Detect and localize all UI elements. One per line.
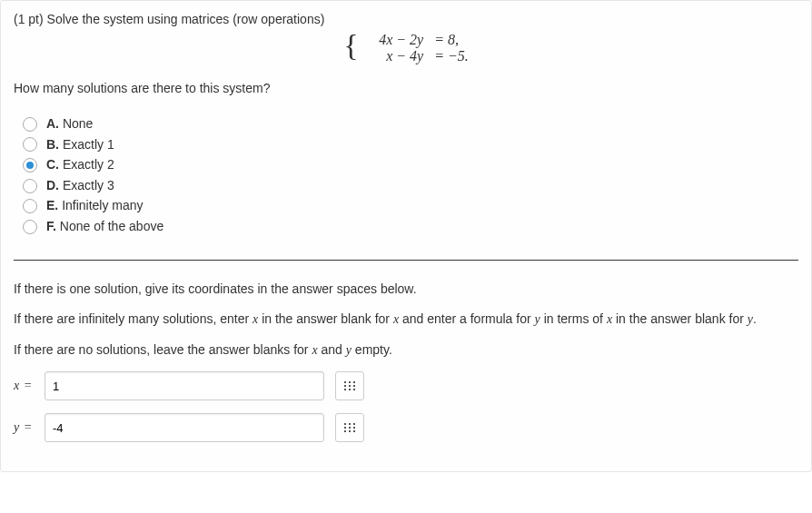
radio-e[interactable] — [23, 199, 37, 213]
grid-icon — [344, 423, 355, 432]
radio-f[interactable] — [23, 220, 37, 234]
x-input[interactable] — [45, 371, 324, 400]
svg-rect-3 — [344, 385, 346, 387]
answer-row-x: x = — [14, 371, 798, 400]
svg-rect-9 — [344, 423, 346, 425]
svg-rect-11 — [353, 423, 355, 425]
equation-editor-button-y[interactable] — [335, 413, 364, 442]
problem-container: (1 pt) Solve the system using matrices (… — [0, 0, 812, 472]
svg-rect-13 — [349, 427, 351, 429]
problem-prompt: (1 pt) Solve the system using matrices (… — [14, 12, 798, 26]
eq1-lhs: 4x − 2y — [360, 32, 423, 48]
svg-rect-5 — [353, 385, 355, 387]
equation-editor-button-x[interactable] — [335, 371, 364, 400]
option-e[interactable]: E. Infinitely many — [23, 197, 798, 215]
section-divider — [14, 260, 798, 261]
svg-rect-6 — [344, 389, 346, 390]
svg-rect-7 — [349, 389, 351, 390]
svg-rect-8 — [353, 389, 355, 390]
question-text: How many solutions are there to this sys… — [14, 81, 798, 95]
instruction-infinite: If there are infinitely many solutions, … — [14, 311, 798, 329]
svg-rect-2 — [353, 381, 355, 383]
option-f[interactable]: F. None of the above — [23, 218, 798, 236]
option-b[interactable]: B. Exactly 1 — [23, 136, 798, 154]
svg-rect-16 — [349, 430, 351, 432]
options-group: A. None B. Exactly 1 C. Exactly 2 D. Exa… — [23, 115, 798, 236]
svg-rect-17 — [353, 430, 355, 432]
option-d[interactable]: D. Exactly 3 — [23, 177, 798, 195]
x-label: x = — [14, 379, 45, 393]
option-c[interactable]: C. Exactly 2 — [23, 156, 798, 174]
option-a[interactable]: A. None — [23, 115, 798, 133]
left-brace: { — [343, 30, 358, 61]
grid-icon — [344, 381, 355, 390]
radio-c[interactable] — [23, 158, 37, 173]
instruction-no-solution: If there are no solutions, leave the ans… — [14, 341, 798, 360]
svg-rect-1 — [349, 381, 351, 383]
eq2-rhs: = −5. — [427, 48, 469, 64]
instruction-one-solution: If there is one solution, give its coord… — [14, 281, 798, 299]
svg-rect-12 — [344, 427, 346, 429]
eq2-lhs: x − 4y — [360, 48, 423, 64]
eq1-rhs: = 8, — [427, 32, 459, 48]
svg-rect-10 — [349, 423, 351, 425]
y-input[interactable] — [45, 413, 324, 442]
svg-rect-14 — [353, 427, 355, 429]
radio-d[interactable] — [23, 179, 37, 193]
y-label: y = — [14, 420, 45, 435]
equation-system: { 4x − 2y = 8, x − 4y = −5. — [14, 32, 798, 64]
svg-rect-15 — [344, 430, 346, 432]
svg-rect-0 — [344, 381, 346, 383]
svg-rect-4 — [349, 385, 351, 387]
radio-a[interactable] — [23, 117, 37, 132]
radio-b[interactable] — [23, 137, 37, 152]
answer-row-y: y = — [14, 413, 798, 442]
